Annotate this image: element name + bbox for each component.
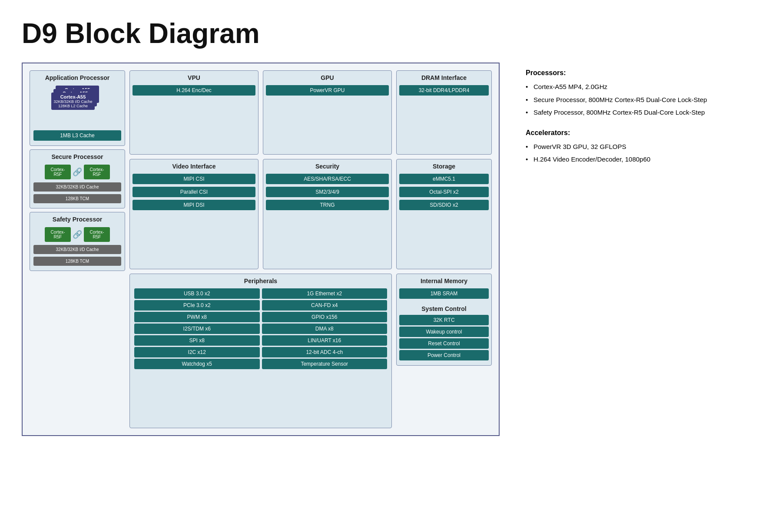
peri-dma: DMA x8 xyxy=(262,324,388,334)
peripherals-grid: USB 3.0 x2 PCIe 3.0 x2 PWM x8 I2S/TDM x6… xyxy=(134,287,387,370)
vi-mipi-csi: MIPI CSI xyxy=(133,174,255,184)
sysctrl-wakeup: Wakeup control xyxy=(399,327,489,337)
processors-list: Cortex-A55 MP4, 2.0GHz Secure Processor,… xyxy=(526,81,752,118)
secure-processor-title: Secure Processor xyxy=(51,153,103,160)
peripherals-col1: USB 3.0 x2 PCIe 3.0 x2 PWM x8 I2S/TDM x6… xyxy=(134,287,260,370)
safety-processor-title: Safety Processor xyxy=(53,216,102,223)
chain-icon-safety: 🔗 xyxy=(73,230,82,239)
peri-gpio: GPIO x156 xyxy=(262,312,388,322)
peri-canfd: CAN-FD x4 xyxy=(262,300,388,311)
internal-memory-section: Internal Memory 1MB SRAM System Control … xyxy=(396,274,492,366)
peri-linuart: LIN/UART x16 xyxy=(262,335,388,346)
page-title: D9 Block Diagram xyxy=(22,17,760,50)
peri-i2c: I2C x12 xyxy=(134,347,260,357)
block-diagram: Application Processor Cortex-A55 32KB/32… xyxy=(22,63,500,436)
sec-aes: AES/SHA/RSA/ECC xyxy=(266,174,389,184)
app-processor-inner: Application Processor Cortex-A55 32KB/32… xyxy=(30,70,125,146)
app-processor-title: Application Processor xyxy=(45,74,110,81)
video-interface-section: Video Interface MIPI CSI Parallel CSI MI… xyxy=(129,159,258,269)
vpu-title: VPU xyxy=(188,74,200,81)
security-title: Security xyxy=(315,163,339,170)
accel-item-1: H.264 Video Encoder/Decoder, 1080p60 xyxy=(526,154,752,165)
peripherals-section: Peripherals USB 3.0 x2 PCIe 3.0 x2 PWM x… xyxy=(129,274,392,428)
accelerators-title: Accelerators: xyxy=(526,127,752,139)
cortex-stack: Cortex-A55 32KB/32KB I/D Cache128KB L2 C… xyxy=(51,86,103,120)
system-control-title: System Control xyxy=(399,305,489,312)
chain-icon-secure: 🔗 xyxy=(73,167,82,177)
l3-cache: 1MB L3 Cache xyxy=(33,130,121,141)
storage-section: Storage eMMC5.1 Octal-SPI x2 SD/SDIO x2 xyxy=(396,159,492,269)
secure-cache: 32KB/32KB I/D Cache xyxy=(33,182,121,192)
video-interface-title: Video Interface xyxy=(172,163,215,170)
dram-item: 32-bit DDR4/LPDDR4 xyxy=(399,85,489,96)
peri-usb: USB 3.0 x2 xyxy=(134,288,260,299)
accel-item-0: PowerVR 3D GPU, 32 GFLOPS xyxy=(526,141,752,152)
peri-temp: Temperature Sensor xyxy=(262,359,388,369)
main-layout: Application Processor Cortex-A55 32KB/32… xyxy=(22,63,760,436)
app-processor-section: Application Processor Cortex-A55 32KB/32… xyxy=(30,70,125,428)
vpu-section: VPU H.264 Enc/Dec xyxy=(129,70,258,155)
storage-spi: Octal-SPI x2 xyxy=(399,187,489,197)
security-section: Security AES/SHA/RSA/ECC SM2/3/4/9 TRNG xyxy=(263,159,392,269)
gpu-item: PowerVR GPU xyxy=(266,85,389,96)
secure-r5f-2: Cortex-R5F xyxy=(84,165,110,179)
safety-r5f-1: Cortex-R5F xyxy=(45,227,71,242)
sec-sm: SM2/3/4/9 xyxy=(266,187,389,197)
proc-item-2: Safety Processor, 800MHz Cortex-R5 Dual-… xyxy=(526,107,752,118)
sysctrl-power: Power Control xyxy=(399,350,489,360)
vpu-item: H.264 Enc/Dec xyxy=(133,85,255,96)
dram-section: DRAM Interface 32-bit DDR4/LPDDR4 xyxy=(396,70,492,155)
safety-tcm: 128KB TCM xyxy=(33,257,121,266)
storage-sd: SD/SDIO x2 xyxy=(399,200,489,210)
internal-memory-item: 1MB SRAM xyxy=(399,288,489,299)
proc-item-0: Cortex-A55 MP4, 2.0GHz xyxy=(526,81,752,93)
sysctrl-rtc: 32K RTC xyxy=(399,315,489,325)
peri-watchdog: Watchdog x5 xyxy=(134,359,260,369)
peri-spi: SPI x8 xyxy=(134,335,260,346)
accelerators-list: PowerVR 3D GPU, 32 GFLOPS H.264 Video En… xyxy=(526,141,752,165)
safety-r5f-2: Cortex-R5F xyxy=(84,227,110,242)
peri-pcie: PCIe 3.0 x2 xyxy=(134,300,260,311)
vi-parallel-csi: Parallel CSI xyxy=(133,187,255,197)
info-panel: Processors: Cortex-A55 MP4, 2.0GHz Secur… xyxy=(517,63,760,171)
peri-i2stdm: I2S/TDM x6 xyxy=(134,324,260,334)
internal-memory-title: Internal Memory xyxy=(421,278,467,284)
dram-title: DRAM Interface xyxy=(421,74,467,81)
safety-cache: 32KB/32KB I/D Cache xyxy=(33,245,121,254)
vi-mipi-dsi: MIPI DSI xyxy=(133,200,255,210)
gpu-title: GPU xyxy=(321,74,334,81)
safety-processor-section: Safety Processor Cortex-R5F 🔗 Cortex-R5F… xyxy=(30,212,125,271)
gpu-section: GPU PowerVR GPU xyxy=(263,70,392,155)
cortex-card-1: Cortex-A55 32KB/32KB I/D Cache128KB L2 C… xyxy=(51,93,95,110)
peri-pwm: PWM x8 xyxy=(134,312,260,322)
secure-tcm: 128KB TCM xyxy=(33,194,121,203)
peri-eth: 1G Ethernet x2 xyxy=(262,288,388,299)
storage-title: Storage xyxy=(433,163,455,170)
storage-emmc: eMMC5.1 xyxy=(399,174,489,184)
secure-processor-section: Secure Processor Cortex-R5F 🔗 Cortex-R5F… xyxy=(30,149,125,208)
sec-trng: TRNG xyxy=(266,200,389,210)
processors-title: Processors: xyxy=(526,67,752,79)
sysctrl-reset: Reset Control xyxy=(399,338,489,349)
secure-r5f-1: Cortex-R5F xyxy=(45,165,71,179)
peri-adc: 12-bit ADC 4-ch xyxy=(262,347,388,357)
proc-item-1: Secure Processor, 800MHz Cortex-R5 Dual-… xyxy=(526,94,752,106)
peripherals-title: Peripherals xyxy=(134,278,387,284)
safety-proc-row: Cortex-R5F 🔗 Cortex-R5F xyxy=(45,227,110,242)
secure-proc-row: Cortex-R5F 🔗 Cortex-R5F xyxy=(45,165,110,179)
peripherals-col2: 1G Ethernet x2 CAN-FD x4 GPIO x156 DMA x… xyxy=(262,287,388,370)
